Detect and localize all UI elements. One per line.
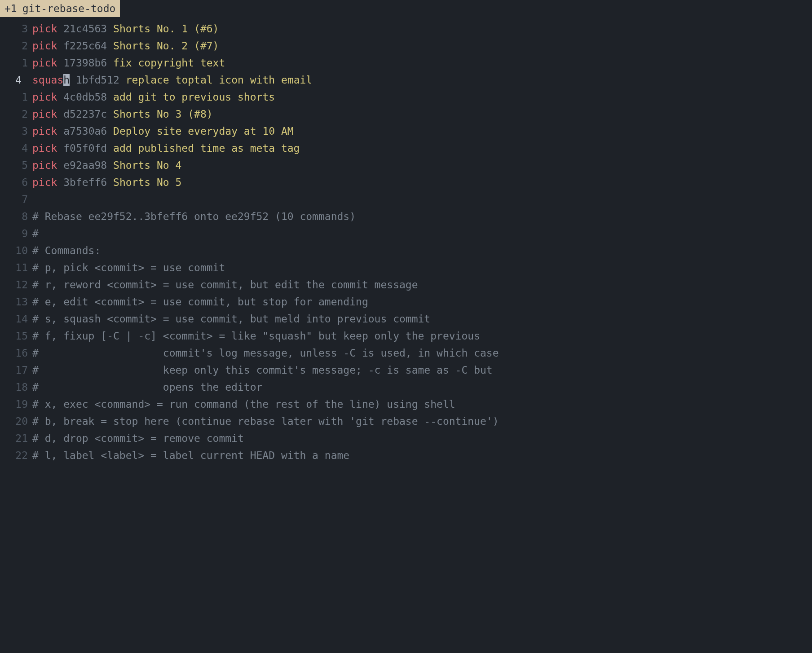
line-number: 15 <box>0 327 32 344</box>
commit-message: Shorts No 5 <box>113 176 181 188</box>
line-content: # r, reword <commit> = use commit, but e… <box>32 276 418 293</box>
tab-modified-indicator: +1 <box>4 0 17 17</box>
comment-text: # keep only this commit's message; -c is… <box>32 364 493 376</box>
commit-hash: 3bfeff6 <box>63 176 107 188</box>
editor-line[interactable]: 1pick 17398b6 fix copyright text <box>0 54 812 71</box>
editor-line[interactable]: 12# r, reword <commit> = use commit, but… <box>0 276 812 293</box>
commit-message: Deploy site everyday at 10 AM <box>113 125 294 137</box>
line-content: pick e92aa98 Shorts No 4 <box>32 157 181 174</box>
rebase-command: pick <box>32 176 57 188</box>
editor-line[interactable]: 5pick e92aa98 Shorts No 4 <box>0 157 812 174</box>
line-number: 12 <box>0 276 32 293</box>
comment-text: # commit's log message, unless -C is use… <box>32 347 499 359</box>
commit-hash: a7530a6 <box>63 125 107 137</box>
editor-line[interactable]: 16# commit's log message, unless -C is u… <box>0 344 812 362</box>
commit-message: Shorts No. 2 (#7) <box>113 40 219 52</box>
line-number: 17 <box>0 362 32 379</box>
editor-line[interactable]: 2pick d52237c Shorts No 3 (#8) <box>0 106 812 123</box>
editor-line[interactable]: 22# l, label <label> = label current HEA… <box>0 447 812 464</box>
rebase-command: pick <box>32 91 57 103</box>
line-number: 18 <box>0 379 32 396</box>
editor-line[interactable]: 14# s, squash <commit> = use commit, but… <box>0 310 812 327</box>
line-content: # Commands: <box>32 242 101 259</box>
editor-line[interactable]: 2pick f225c64 Shorts No. 2 (#7) <box>0 37 812 54</box>
commit-hash: e92aa98 <box>63 159 107 171</box>
line-number: 3 <box>0 123 32 140</box>
line-number: 1 <box>0 88 32 106</box>
editor-line[interactable]: 8# Rebase ee29f52..3bfeff6 onto ee29f52 … <box>0 208 812 225</box>
line-content: pick 4c0db58 add git to previous shorts <box>32 88 275 106</box>
line-content: # opens the editor <box>32 379 262 396</box>
comment-text: # e, edit <commit> = use commit, but sto… <box>32 296 368 308</box>
commit-hash: 4c0db58 <box>63 91 107 103</box>
editor-line[interactable]: 9# <box>0 225 812 242</box>
editor-line[interactable]: 21# d, drop <commit> = remove commit <box>0 430 812 447</box>
editor-line[interactable]: 1pick 4c0db58 add git to previous shorts <box>0 88 812 106</box>
line-number: 4 <box>0 71 32 88</box>
line-number: 6 <box>0 174 32 191</box>
line-number: 8 <box>0 208 32 225</box>
comment-text: # p, pick <commit> = use commit <box>32 262 225 274</box>
commit-message: Shorts No 4 <box>113 159 181 171</box>
line-content: # x, exec <command> = run command (the r… <box>32 396 455 413</box>
editor-area[interactable]: 3pick 21c4563 Shorts No. 1 (#6)2pick f22… <box>0 17 812 464</box>
rebase-command: pick <box>32 159 57 171</box>
commit-hash: f225c64 <box>63 40 107 52</box>
editor-line[interactable]: 17# keep only this commit's message; -c … <box>0 362 812 379</box>
line-content: # d, drop <commit> = remove commit <box>32 430 244 447</box>
line-number: 3 <box>0 20 32 37</box>
line-content: # e, edit <commit> = use commit, but sto… <box>32 293 368 310</box>
line-content: pick 3bfeff6 Shorts No 5 <box>32 174 181 191</box>
editor-line[interactable]: 3pick a7530a6 Deploy site everyday at 10… <box>0 123 812 140</box>
line-number: 1 <box>0 54 32 71</box>
line-number: 2 <box>0 37 32 54</box>
rebase-command: squas <box>32 74 63 86</box>
line-number: 11 <box>0 259 32 276</box>
comment-text: # Commands: <box>32 245 101 256</box>
commit-hash: 1bfd512 <box>76 74 119 86</box>
line-content: pick 21c4563 Shorts No. 1 (#6) <box>32 20 219 37</box>
line-number: 14 <box>0 310 32 327</box>
line-content: # commit's log message, unless -C is use… <box>32 344 499 362</box>
comment-text: # f, fixup [-C | -c] <commit> = like "sq… <box>32 330 480 342</box>
line-content: pick f225c64 Shorts No. 2 (#7) <box>32 37 219 54</box>
editor-line[interactable]: 20# b, break = stop here (continue rebas… <box>0 413 812 430</box>
rebase-command: pick <box>32 125 57 137</box>
editor-line[interactable]: 19# x, exec <command> = run command (the… <box>0 396 812 413</box>
editor-line[interactable]: 13# e, edit <commit> = use commit, but s… <box>0 293 812 310</box>
line-content: pick 17398b6 fix copyright text <box>32 54 225 71</box>
rebase-command: pick <box>32 108 57 120</box>
editor-line[interactable]: 18# opens the editor <box>0 379 812 396</box>
editor-line[interactable]: 11# p, pick <commit> = use commit <box>0 259 812 276</box>
line-content: # Rebase ee29f52..3bfeff6 onto ee29f52 (… <box>32 208 356 225</box>
rebase-command: pick <box>32 23 57 35</box>
editor-line[interactable]: 7 <box>0 191 812 208</box>
commit-message: Shorts No 3 (#8) <box>113 108 213 120</box>
editor-line[interactable]: 4pick f05f0fd add published time as meta… <box>0 140 812 157</box>
line-content: # p, pick <commit> = use commit <box>32 259 225 276</box>
comment-text: # r, reword <commit> = use commit, but e… <box>32 279 418 291</box>
tab-git-rebase-todo[interactable]: +1 git-rebase-todo <box>0 0 120 17</box>
line-content: # <box>32 225 39 242</box>
tab-bar: +1 git-rebase-todo <box>0 0 812 17</box>
commit-message: fix copyright text <box>113 57 225 69</box>
editor-line[interactable]: 6pick 3bfeff6 Shorts No 5 <box>0 174 812 191</box>
line-number: 5 <box>0 157 32 174</box>
editor-line[interactable]: 3pick 21c4563 Shorts No. 1 (#6) <box>0 20 812 37</box>
line-content: # f, fixup [-C | -c] <commit> = like "sq… <box>32 327 480 344</box>
line-content: pick f05f0fd add published time as meta … <box>32 140 300 157</box>
line-content: squash 1bfd512 replace toptal icon with … <box>32 71 312 88</box>
commit-hash: 21c4563 <box>63 23 107 35</box>
editor-line[interactable]: 4 squash 1bfd512 replace toptal icon wit… <box>0 71 812 88</box>
editor-line[interactable]: 15# f, fixup [-C | -c] <commit> = like "… <box>0 327 812 344</box>
line-content: # l, label <label> = label current HEAD … <box>32 447 349 464</box>
line-content: # keep only this commit's message; -c is… <box>32 362 493 379</box>
commit-message: Shorts No. 1 (#6) <box>113 23 219 35</box>
line-number: 2 <box>0 106 32 123</box>
line-content: pick d52237c Shorts No 3 (#8) <box>32 106 213 123</box>
commit-message: replace toptal icon with email <box>126 74 312 86</box>
comment-text: # opens the editor <box>32 381 262 393</box>
line-number: 10 <box>0 242 32 259</box>
commit-message: add published time as meta tag <box>113 142 300 154</box>
editor-line[interactable]: 10# Commands: <box>0 242 812 259</box>
